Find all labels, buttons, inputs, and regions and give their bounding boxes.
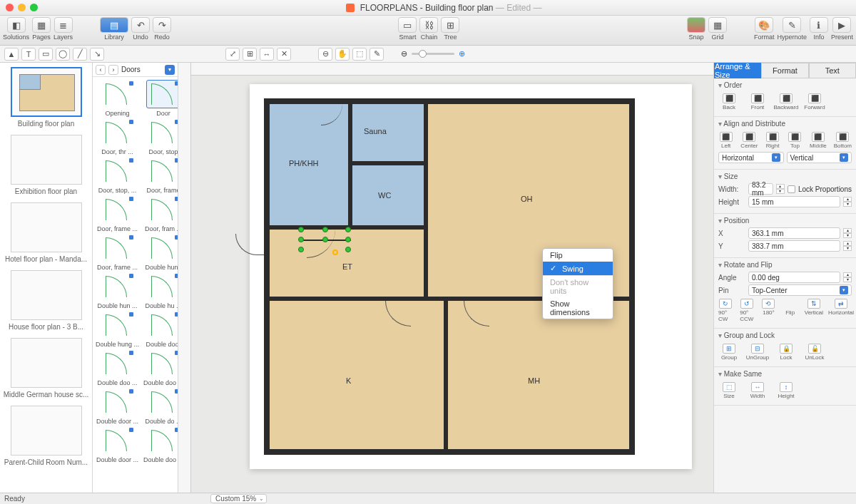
thumb-house[interactable]: House floor plan - 3 B... (3, 270, 89, 331)
same-header[interactable]: Make Same (718, 370, 852, 378)
library-item[interactable]: Door (143, 80, 178, 117)
same-width[interactable]: ↔Width (747, 382, 768, 399)
present-button[interactable]: ▶ (832, 17, 851, 33)
align-top[interactable]: ⬛Top (788, 132, 802, 149)
rect-tool[interactable]: ▭ (39, 48, 53, 61)
zoom-combo[interactable]: Custom 15% (210, 494, 267, 503)
order-forward[interactable]: ⬛Forward (804, 93, 825, 110)
zoom-out-tool[interactable]: ⊖ (318, 48, 332, 61)
lib-back-icon[interactable]: ‹ (96, 65, 106, 75)
hypernote-button[interactable]: ✎ (783, 17, 801, 33)
rotate-header[interactable]: Rotate and Flip (718, 261, 852, 269)
ungroup-btn[interactable]: ⊟UnGroup (747, 344, 768, 361)
flip-horizontal[interactable]: ⇄Horizontal (830, 299, 852, 322)
same-size[interactable]: ⬚Size (718, 382, 740, 399)
menu-swing[interactable]: Swing (543, 262, 613, 275)
library-item[interactable]: Opening (96, 80, 139, 117)
library-item[interactable]: Door, frame (143, 157, 178, 194)
library-item[interactable]: Double hu ... (143, 272, 178, 309)
rotate-180[interactable]: ⟲180° (761, 299, 775, 322)
thumb-german[interactable]: Middle German house sc... (3, 338, 89, 398)
library-item[interactable]: Double do ... (143, 388, 178, 425)
library-item[interactable]: Double doo ... (143, 349, 178, 386)
library-item[interactable]: Double door ... (96, 388, 139, 425)
tool-c[interactable]: ↔ (260, 48, 274, 61)
position-header[interactable]: Position (718, 217, 852, 225)
zoom-plus-icon[interactable]: ⊕ (459, 49, 465, 58)
library-item[interactable]: Double hung (143, 234, 178, 271)
smart-button[interactable]: ▭ (398, 17, 417, 33)
library-item[interactable]: Double door (143, 311, 178, 348)
library-item[interactable]: Double hung ... (96, 311, 139, 348)
pin-select[interactable]: Top-Center▾ (748, 284, 852, 296)
zoom-icon[interactable] (30, 4, 38, 11)
tab-format[interactable]: Format (761, 63, 808, 78)
align-middle[interactable]: ⬛Middle (810, 132, 827, 149)
format-button[interactable]: 🎨 (755, 17, 773, 33)
chain-button[interactable]: ⛓ (419, 17, 438, 33)
text-tool[interactable]: T (21, 48, 36, 61)
tab-arrange[interactable]: Arrange & Size (714, 63, 761, 78)
library-item[interactable]: Door, fram ... (143, 195, 178, 232)
pointer-tool[interactable]: ▲ (4, 48, 19, 61)
close-icon[interactable] (6, 4, 14, 11)
rotate-ccw[interactable]: ↺90° CCW (740, 299, 754, 322)
distribute-h[interactable]: Horizontal▾ (718, 152, 784, 163)
connector-tool[interactable]: ↘ (90, 48, 104, 61)
order-front[interactable]: ⬛Front (747, 93, 768, 110)
lib-fwd-icon[interactable]: › (108, 65, 118, 75)
y-input[interactable]: 383.7 mm (748, 240, 840, 252)
order-backward[interactable]: ⬛Backward (775, 93, 797, 110)
zoom-slider[interactable]: ⊖ ⊕ (401, 49, 465, 58)
solutions-button[interactable]: ◧ (7, 17, 26, 33)
library-item[interactable]: Door, stop (143, 118, 178, 155)
ellipse-tool[interactable]: ◯ (56, 48, 70, 61)
drawing-page[interactable]: Sauna WC PH/KHH ET OH K MH (250, 84, 692, 469)
group-header[interactable]: Group and Lock (718, 331, 852, 339)
pages-button[interactable]: ▦ (32, 17, 51, 33)
menu-flip[interactable]: Flip (543, 249, 613, 262)
grid-button[interactable]: ▦ (708, 17, 727, 33)
flip-vertical[interactable]: ⇅Vertical (805, 299, 823, 322)
line-tool[interactable]: ╱ (73, 48, 87, 61)
height-input[interactable]: 15 mm (748, 196, 840, 207)
snap-button[interactable] (687, 17, 705, 33)
library-item[interactable]: Door, stop, ... (96, 157, 139, 194)
thumb-building[interactable]: Building floor plan (3, 67, 89, 128)
lock-proportions[interactable]: Lock Proportions (788, 185, 852, 193)
rotate-cw[interactable]: ↻90° CW (718, 299, 733, 322)
tree-button[interactable]: ⊞ (441, 17, 459, 33)
tool-b[interactable]: ⊞ (243, 48, 257, 61)
unlock-btn[interactable]: 🔓UnLock (804, 344, 825, 361)
tool-e[interactable]: ⬚ (352, 48, 367, 61)
minimize-icon[interactable] (18, 4, 26, 11)
redo-button[interactable]: ↷ (153, 17, 171, 33)
eyedrop-tool[interactable]: ✎ (370, 48, 384, 61)
thumb-exhibition[interactable]: Exhibition floor plan (3, 135, 89, 195)
info-button[interactable]: ℹ (810, 17, 828, 33)
tool-d[interactable]: ✕ (277, 48, 291, 61)
library-button[interactable]: ▤ (100, 17, 128, 33)
width-input[interactable]: 83.2 mm (748, 183, 773, 195)
menu-show-dimensions[interactable]: Show dimensions (543, 297, 613, 319)
size-header[interactable]: Size (718, 173, 852, 180)
lib-dropdown-icon[interactable]: ▾ (165, 65, 175, 75)
library-item[interactable]: Door, thr ... (96, 118, 139, 155)
thumb-parent[interactable]: Parent-Child Room Num... (3, 406, 89, 466)
angle-input[interactable]: 0.00 deg (748, 272, 840, 283)
hand-tool[interactable]: ✋ (335, 48, 350, 61)
thumb-hotel[interactable]: Hotel floor plan - Manda... (3, 202, 89, 263)
tool-a[interactable]: ⤢ (225, 48, 240, 61)
same-height[interactable]: ↕Height (775, 382, 797, 399)
library-item[interactable]: Door, frame ... (96, 195, 139, 232)
align-right[interactable]: ⬛Right (765, 132, 780, 149)
x-input[interactable]: 363.1 mm (748, 227, 840, 239)
group-btn[interactable]: ⊞Group (718, 344, 740, 361)
library-item[interactable]: Double doo ... (143, 426, 178, 463)
align-center[interactable]: ⬛Center (740, 132, 758, 149)
lock-btn[interactable]: 🔒Lock (775, 344, 797, 361)
tab-text[interactable]: Text (809, 63, 856, 78)
canvas-area[interactable]: Sauna WC PH/KHH ET OH K MH (178, 63, 713, 493)
library-item[interactable]: Door, frame ... (96, 234, 139, 271)
align-left[interactable]: ⬛Left (718, 132, 733, 149)
